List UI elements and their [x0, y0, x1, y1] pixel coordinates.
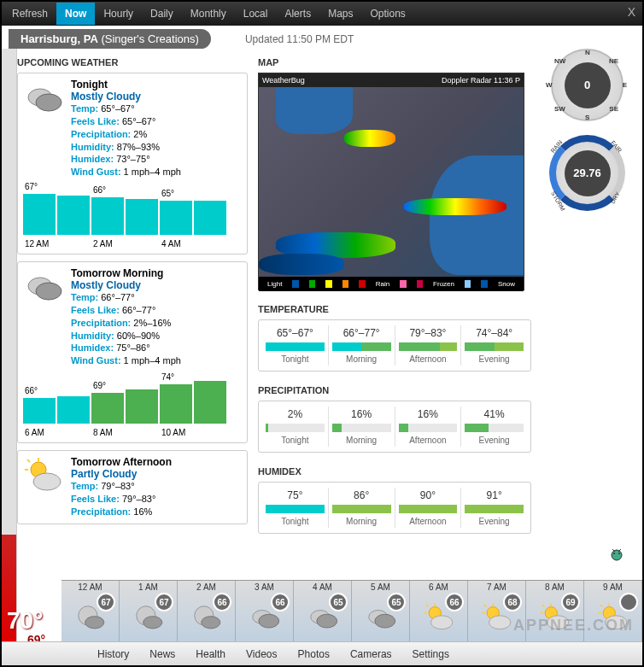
top-nav: RefreshNowHourlyDailyMonthlyLocalAlertsM… — [2, 2, 642, 26]
upcoming-title: UPCOMING WEATHER — [17, 52, 248, 73]
hour-cell[interactable]: 3 AM66 — [236, 581, 294, 641]
hour-cell[interactable]: 6 AM66 — [410, 581, 468, 641]
svg-point-20 — [201, 617, 220, 629]
bnav-photos[interactable]: Photos — [288, 648, 340, 660]
header: Harrisburg, PA (Singer's Creations) Upda… — [2, 26, 642, 52]
nav-alerts[interactable]: Alerts — [276, 3, 319, 25]
svg-point-4 — [36, 283, 61, 300]
stat-cell: 75°Tonight — [262, 488, 329, 528]
svg-line-35 — [483, 605, 485, 606]
hour-cell[interactable]: 12 AM67 — [61, 581, 120, 641]
map-caption: Doppler Radar 11:36 P — [442, 76, 520, 85]
svg-line-8 — [27, 459, 30, 462]
hour-cell[interactable]: 4 AM65 — [294, 581, 352, 641]
barometer-gauge: RAIN FAIR STORM DRY 29.76 — [551, 137, 624, 209]
nav-hourly[interactable]: Hourly — [95, 3, 142, 25]
stat-grid: 65°–67°Tonight66°–77°Morning79°–83°After… — [258, 319, 531, 372]
stat-cell: 66°–77°Morning — [329, 325, 395, 366]
weatherbug-icon[interactable] — [608, 545, 625, 562]
hour-cell[interactable]: 1 AM67 — [120, 581, 178, 641]
updated-time: Updated 11:50 PM EDT — [245, 33, 354, 45]
stat-cell: 79°–83°Afternoon — [395, 325, 462, 366]
nav-local[interactable]: Local — [235, 3, 277, 25]
stat-grid: 2%Tonight16%Morning16%Afternoon41%Evenin… — [258, 401, 531, 453]
stat-cell: 86°Morning — [329, 488, 395, 528]
nav-refresh[interactable]: Refresh — [3, 3, 56, 25]
svg-point-36 — [489, 616, 510, 629]
svg-point-10 — [612, 550, 622, 560]
map-title: MAP — [258, 52, 531, 73]
nav-maps[interactable]: Maps — [319, 3, 361, 25]
hour-cell[interactable]: 2 AM66 — [178, 581, 236, 641]
stat-cell: 16%Morning — [329, 407, 395, 447]
svg-point-22 — [258, 614, 278, 628]
bnav-videos[interactable]: Videos — [236, 648, 287, 660]
stat-cell: 91°Evening — [461, 488, 527, 528]
stat-cell: 16%Afternoon — [395, 407, 462, 447]
forecast-card[interactable]: Tomorrow MorningMostly CloudyTemp: 66°–7… — [17, 261, 248, 443]
location-tab[interactable]: Harrisburg, PA (Singer's Creations) — [9, 29, 211, 49]
stat-grid: 75°Tonight86°Morning90°Afternoon91°Eveni… — [258, 482, 531, 534]
barometer-value: 29.76 — [565, 150, 611, 196]
bnav-history[interactable]: History — [87, 648, 139, 660]
compass-value: 0 — [565, 62, 611, 108]
forecast-card[interactable]: Tomorrow AfternoonPartly CloudyTemp: 79°… — [17, 450, 248, 524]
weather-icon — [23, 456, 66, 499]
thermometer — [2, 49, 17, 641]
stat-title: TEMPERATURE — [258, 299, 531, 319]
stat-title: HUMIDEX — [258, 461, 531, 482]
svg-point-24 — [316, 614, 337, 628]
stat-title: PRECIPITATION — [258, 380, 531, 401]
mini-chart: 67°12 AM66°2 AM65°4 AM — [23, 184, 242, 235]
stat-cell: 41%Evening — [461, 407, 527, 447]
svg-point-18 — [143, 617, 161, 629]
mini-chart: 66°6 AM69°8 AM74°10 AM — [23, 372, 242, 424]
watermark: APPNEE.COM — [513, 617, 634, 635]
svg-line-30 — [425, 605, 427, 606]
svg-point-9 — [33, 473, 61, 490]
svg-point-31 — [430, 616, 452, 629]
current-temp: 70° — [7, 607, 43, 635]
location-provider: (Singer's Creations) — [101, 32, 198, 45]
nav-monthly[interactable]: Monthly — [182, 3, 235, 25]
svg-point-12 — [618, 553, 620, 554]
stat-cell: 74°–84°Evening — [461, 325, 527, 366]
map-brand: WeatherBug — [262, 76, 305, 85]
radar-map[interactable]: WeatherBug Doppler Radar 11:36 P Light R… — [258, 73, 524, 290]
location-city: Harrisburg, PA — [20, 32, 98, 45]
nav-options[interactable]: Options — [361, 3, 413, 25]
stat-cell: 2%Tonight — [262, 407, 329, 447]
forecast-card[interactable]: TonightMostly CloudyTemp: 65°–67°Feels L… — [17, 73, 248, 255]
close-icon[interactable]: X — [628, 5, 635, 19]
bnav-news[interactable]: News — [139, 648, 185, 660]
svg-line-45 — [600, 605, 601, 606]
hour-cell[interactable]: 5 AM65 — [352, 581, 410, 641]
svg-line-40 — [542, 605, 543, 606]
svg-point-2 — [36, 94, 61, 111]
nav-now[interactable]: Now — [56, 3, 95, 25]
stat-cell: 65°–67°Tonight — [262, 325, 329, 366]
bnav-cameras[interactable]: Cameras — [340, 648, 402, 660]
weather-icon — [23, 267, 66, 310]
weather-icon — [23, 79, 66, 121]
bnav-settings[interactable]: Settings — [402, 648, 460, 660]
stat-cell: 90°Afternoon — [395, 488, 462, 528]
nav-daily[interactable]: Daily — [142, 3, 182, 25]
svg-point-16 — [85, 617, 103, 629]
svg-point-26 — [374, 614, 395, 628]
svg-point-11 — [613, 553, 615, 554]
compass-gauge: N NE E SE S SW W NW 0 — [551, 49, 624, 121]
bottom-nav: HistoryNewsHealthVideosPhotosCamerasSett… — [2, 641, 642, 665]
bnav-health[interactable]: Health — [185, 648, 236, 660]
